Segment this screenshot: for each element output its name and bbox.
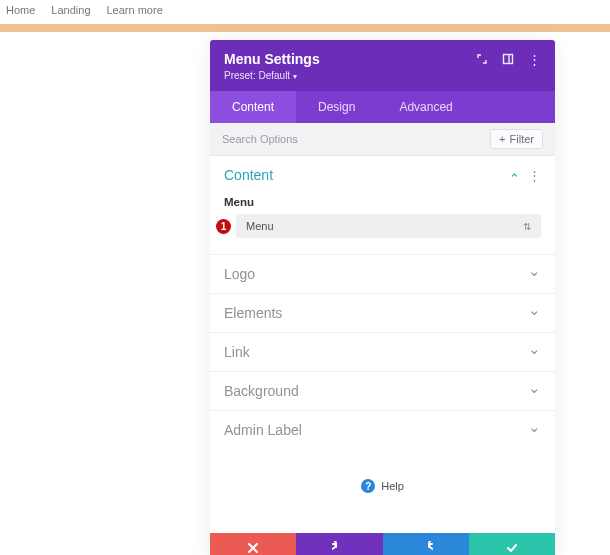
section-elements-header[interactable]: Elements xyxy=(210,294,555,332)
panel-body: Content Menu 1 Menu Logo Elements Link xyxy=(210,156,555,533)
plus-icon: + xyxy=(499,133,505,145)
expand-icon[interactable] xyxy=(476,53,488,65)
search-row: Search Options + Filter xyxy=(210,123,555,156)
section-background-header[interactable]: Background xyxy=(210,372,555,410)
tab-content[interactable]: Content xyxy=(210,91,296,123)
save-button[interactable] xyxy=(469,533,555,555)
chevron-down-icon xyxy=(528,265,541,283)
panel-header: Menu Settings Preset: Default ▾ xyxy=(210,40,555,91)
section-more-icon[interactable] xyxy=(528,166,541,184)
section-logo-header[interactable]: Logo xyxy=(210,255,555,293)
help-row[interactable]: ? Help xyxy=(210,449,555,533)
section-content-header[interactable]: Content xyxy=(210,156,555,194)
chevron-down-icon xyxy=(528,343,541,361)
top-nav: Home Landing Learn more xyxy=(0,0,610,20)
nav-learn-more[interactable]: Learn more xyxy=(107,4,163,16)
search-input[interactable]: Search Options xyxy=(222,133,298,145)
sort-icon xyxy=(523,220,531,232)
step-badge: 1 xyxy=(216,219,231,234)
section-link-header[interactable]: Link xyxy=(210,333,555,371)
svg-rect-0 xyxy=(504,55,513,64)
panel-title: Menu Settings xyxy=(224,51,320,67)
nav-home[interactable]: Home xyxy=(6,4,35,16)
chevron-down-icon xyxy=(528,382,541,400)
filter-button[interactable]: + Filter xyxy=(490,129,543,149)
snap-icon[interactable] xyxy=(502,53,514,65)
tab-advanced[interactable]: Advanced xyxy=(377,91,474,123)
tabs: Content Design Advanced xyxy=(210,91,555,123)
help-icon: ? xyxy=(361,479,375,493)
chevron-up-icon xyxy=(509,166,520,184)
section-content-title: Content xyxy=(224,167,273,183)
nav-landing[interactable]: Landing xyxy=(51,4,90,16)
preset-selector[interactable]: Preset: Default ▾ xyxy=(224,70,541,81)
tab-design[interactable]: Design xyxy=(296,91,377,123)
menu-field-label: Menu xyxy=(210,196,555,214)
section-admin-label-header[interactable]: Admin Label xyxy=(210,411,555,449)
chevron-down-icon xyxy=(528,421,541,439)
chevron-down-icon xyxy=(528,304,541,322)
redo-button[interactable] xyxy=(383,533,469,555)
cancel-button[interactable] xyxy=(210,533,296,555)
more-options-icon[interactable] xyxy=(528,52,541,67)
menu-dropdown[interactable]: Menu xyxy=(236,214,541,238)
undo-button[interactable] xyxy=(296,533,382,555)
menu-settings-panel: Menu Settings Preset: Default ▾ Content … xyxy=(210,40,555,555)
footer-actions xyxy=(210,533,555,555)
accent-bar xyxy=(0,24,610,32)
